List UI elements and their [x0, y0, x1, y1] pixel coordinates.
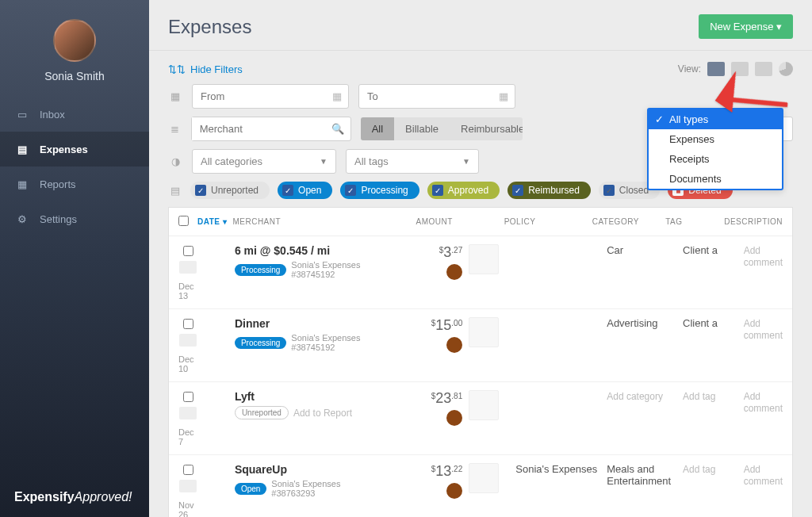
user-avatar-icon	[446, 410, 462, 426]
categories-value: All categories	[201, 155, 262, 167]
calendar-picker-icon[interactable]: ▦	[492, 90, 515, 102]
amount: $23.81	[386, 390, 462, 428]
receipt-thumbnail[interactable]	[469, 390, 499, 420]
status-badge: Open	[235, 483, 266, 495]
row-checkbox[interactable]	[183, 246, 193, 256]
hide-filters-toggle[interactable]: ⇅⇅ Hide Filters	[168, 63, 243, 75]
add-comment-link[interactable]: Add comment	[744, 391, 783, 414]
row-checkbox[interactable]	[183, 465, 193, 475]
expense-type-icon	[179, 334, 197, 347]
brand: ExpensifyApproved!	[0, 477, 149, 517]
seg-billable[interactable]: Billable	[394, 117, 450, 140]
policy-cell: Sonia's Expenses	[515, 463, 607, 475]
merchant-name: SquareUp	[235, 463, 387, 476]
tag-cell: Client a	[683, 244, 744, 256]
list-icon: ▤	[16, 143, 29, 155]
chip-unreported[interactable]: ✓Unreported	[190, 182, 270, 199]
sidebar: Sonia Smith ▭ Inbox ▤ Expenses ▦ Reports…	[0, 0, 149, 517]
add-comment-link[interactable]: Add comment	[744, 318, 783, 341]
merchant-input[interactable]	[192, 117, 325, 140]
nav-label: Expenses	[40, 144, 88, 155]
chevron-down-icon: ▼	[320, 157, 327, 166]
table-header: Date ▾ Merchant Amount Policy Category T…	[169, 208, 792, 236]
types-option-documents[interactable]: Documents	[649, 169, 782, 189]
table-row[interactable]: Dec 13 6 mi @ $0.545 / mi ProcessingSoni…	[169, 236, 792, 309]
col-date[interactable]: Date ▾	[197, 217, 232, 226]
nav-inbox[interactable]: ▭ Inbox	[0, 97, 149, 132]
status-badge: Processing	[235, 337, 286, 349]
add-category-link[interactable]: Add category	[607, 391, 663, 402]
amount: $13.22	[386, 463, 462, 501]
col-tag: Tag	[665, 217, 724, 226]
row-date: Dec 10	[178, 354, 198, 373]
chevron-down-icon: ▼	[462, 157, 470, 166]
status-filter-icon: ▤	[168, 185, 182, 197]
page-header: Expenses New Expense ▾	[149, 0, 812, 50]
row-date: Dec 13	[178, 281, 198, 301]
user-avatar-icon	[446, 264, 462, 280]
tags-select[interactable]: All tags ▼	[346, 149, 479, 174]
category-cell: Car	[607, 244, 683, 256]
chip-approved[interactable]: ✓Approved	[427, 182, 500, 199]
nav-reports[interactable]: ▦ Reports	[0, 167, 149, 201]
view-pie-icon[interactable]	[779, 62, 793, 76]
tag-cell: Client a	[683, 317, 744, 329]
merchant-filter-icon: ≣	[168, 123, 182, 135]
col-merchant: Merchant	[232, 217, 379, 226]
expenses-table: Date ▾ Merchant Amount Policy Category T…	[168, 207, 793, 517]
tag-cell: Add tag	[683, 390, 744, 402]
add-tag-link[interactable]: Add tag	[683, 464, 715, 475]
nav-expenses[interactable]: ▤ Expenses	[0, 132, 149, 167]
view-grid-icon[interactable]	[755, 62, 772, 76]
row-checkbox[interactable]	[183, 392, 193, 402]
avatar[interactable]	[53, 19, 96, 62]
from-date-input[interactable]	[193, 85, 326, 108]
types-option-receipts[interactable]: Receipts	[649, 149, 782, 169]
calendar-picker-icon[interactable]: ▦	[326, 90, 348, 102]
nav-settings[interactable]: ⚙ Settings	[0, 201, 149, 236]
document-icon: ▦	[16, 178, 29, 190]
tag-filter-icon: ◑	[168, 155, 182, 167]
row-checkbox[interactable]	[183, 319, 193, 329]
table-row[interactable]: Dec 10 Dinner ProcessingSonia's Expenses…	[169, 309, 792, 382]
to-date-group: ▦	[358, 84, 515, 109]
select-all-checkbox[interactable]	[178, 216, 189, 226]
calendar-icon: ▦	[168, 90, 182, 102]
category-cell: Advertising	[607, 317, 683, 329]
inbox-icon: ▭	[16, 108, 29, 121]
receipt-thumbnail[interactable]	[469, 317, 499, 347]
table-row[interactable]: Nov 26 SquareUp OpenSonia's Expenses #38…	[169, 455, 792, 517]
add-tag-link[interactable]: Add tag	[683, 391, 715, 402]
add-comment-link[interactable]: Add comment	[744, 245, 783, 268]
nav-label: Settings	[40, 213, 77, 225]
to-date-input[interactable]	[359, 85, 492, 108]
merchant-group: 🔍	[191, 117, 351, 141]
table-row[interactable]: Dec 7 Lyft UnreportedAdd to Report $23.8…	[169, 382, 792, 455]
chip-open[interactable]: ✓Open	[278, 182, 332, 199]
hide-filters-label: Hide Filters	[190, 63, 243, 75]
nav-label: Inbox	[40, 109, 65, 121]
receipt-thumbnail[interactable]	[469, 463, 499, 493]
add-comment-link[interactable]: Add comment	[744, 464, 783, 487]
filters-panel: ⇅⇅ Hide Filters View: ▦ ▦	[149, 50, 812, 517]
chip-reimbursed[interactable]: ✓Reimbursed	[508, 182, 591, 199]
add-to-report-link[interactable]: Add to Report	[293, 408, 352, 419]
sort-down-icon: ▾	[223, 217, 228, 226]
seg-reimbursable[interactable]: Reimbursable	[450, 117, 523, 140]
col-amount: Amount	[379, 217, 453, 226]
categories-select[interactable]: All categories ▼	[192, 149, 336, 174]
page-title: Expenses	[168, 16, 251, 38]
new-expense-button[interactable]: New Expense ▾	[699, 14, 793, 39]
user-avatar-icon	[446, 483, 462, 499]
seg-all[interactable]: All	[361, 117, 394, 140]
search-icon[interactable]: 🔍	[325, 123, 350, 135]
col-policy: Policy	[504, 217, 592, 226]
status-badge: Unreported	[235, 406, 289, 419]
gear-icon: ⚙	[16, 213, 29, 225]
nav: ▭ Inbox ▤ Expenses ▦ Reports ⚙ Settings	[0, 97, 149, 477]
view-list-icon[interactable]	[707, 62, 725, 76]
receipt-thumbnail[interactable]	[469, 244, 499, 274]
chip-processing[interactable]: ✓Processing	[340, 182, 419, 199]
nav-label: Reports	[40, 178, 76, 190]
col-description: Description	[724, 217, 783, 226]
